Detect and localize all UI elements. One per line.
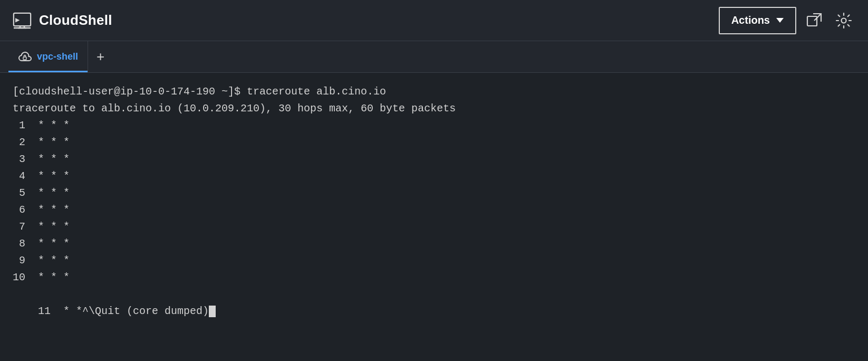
svg-text:▶: ▶	[15, 15, 20, 24]
header-left: ▶ CloudShell	[13, 11, 112, 30]
svg-rect-7	[807, 16, 817, 26]
terminal-prompt-line: 11 * *^\Quit (core dumped)	[13, 286, 855, 337]
terminal-line-4: 3 * * *	[13, 151, 855, 168]
open-external-button[interactable]	[803, 9, 826, 32]
tab-vpc-shell[interactable]: vpc-shell	[8, 41, 88, 72]
terminal-line-2: 1 * * *	[13, 117, 855, 134]
actions-button[interactable]: Actions	[719, 7, 796, 34]
terminal-line-6: 5 * * *	[13, 185, 855, 202]
gear-icon	[835, 12, 852, 29]
prompt-text: 11 * *^\Quit (core dumped)	[38, 305, 209, 317]
tab-label: vpc-shell	[37, 51, 78, 62]
terminal-line-9: 8 * * *	[13, 235, 855, 252]
svg-rect-10	[23, 57, 26, 60]
terminal-line-8: 7 * * *	[13, 218, 855, 235]
svg-point-9	[842, 18, 846, 23]
header: ▶ CloudShell Actions	[0, 0, 868, 41]
terminal-line-10: 9 * * *	[13, 252, 855, 269]
app-title: CloudShell	[39, 12, 112, 28]
terminal-line-0: [cloudshell-user@ip-10-0-174-190 ~]$ tra…	[13, 83, 855, 100]
terminal-area[interactable]: [cloudshell-user@ip-10-0-174-190 ~]$ tra…	[0, 73, 868, 361]
header-right: Actions	[719, 7, 855, 34]
terminal-line-3: 2 * * *	[13, 134, 855, 151]
chevron-down-icon	[776, 18, 784, 23]
terminal-line-5: 4 * * *	[13, 168, 855, 185]
tabs-bar: vpc-shell +	[0, 41, 868, 73]
svg-line-8	[814, 14, 821, 21]
actions-label: Actions	[731, 14, 770, 26]
add-tab-button[interactable]: +	[90, 41, 111, 72]
settings-button[interactable]	[832, 9, 855, 32]
terminal-line-1: traceroute to alb.cino.io (10.0.209.210)…	[13, 100, 855, 117]
cursor	[209, 306, 216, 317]
cloudshell-icon: ▶	[13, 11, 32, 30]
terminal-line-11: 10 * * *	[13, 269, 855, 286]
cloud-icon	[18, 51, 32, 63]
open-external-icon	[806, 12, 823, 29]
terminal-line-7: 6 * * *	[13, 202, 855, 218]
